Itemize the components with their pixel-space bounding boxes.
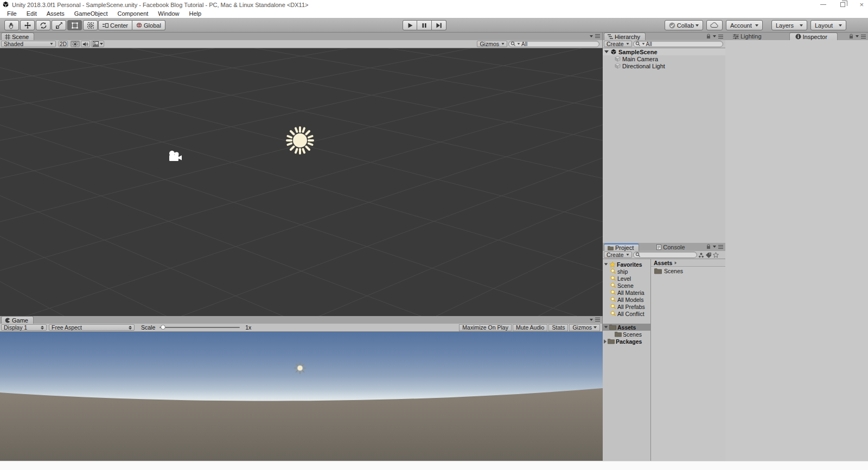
directional-light-gizmo[interactable] <box>283 123 317 158</box>
tab-scene[interactable]: Scene <box>1 33 34 40</box>
hierarchy-row-scene[interactable]: SampleScene <box>603 48 725 55</box>
favorite-search-item[interactable]: All Prefabs <box>603 303 650 310</box>
layers-button[interactable]: Layers <box>771 20 807 30</box>
rotate-tool-button[interactable] <box>36 20 50 30</box>
scene-gizmos-dropdown[interactable]: Gizmos <box>477 41 507 47</box>
scene-search-input[interactable]: All <box>508 41 599 47</box>
scene-panel-dropdown-icon[interactable] <box>590 35 593 37</box>
step-button[interactable] <box>432 20 446 30</box>
tab-hierarchy[interactable]: Hierarchy <box>604 33 646 40</box>
favorite-search-item[interactable]: ship <box>603 268 650 275</box>
menu-gameobject[interactable]: GameObject <box>69 10 113 17</box>
project-panel-menu-icon[interactable] <box>718 244 723 249</box>
favorite-search-item[interactable]: Scene <box>603 282 650 289</box>
menu-file[interactable]: File <box>2 10 22 17</box>
saved-search-icon <box>610 289 616 295</box>
collapse-icon[interactable] <box>604 339 607 344</box>
game-gizmos-dropdown[interactable]: Gizmos <box>569 324 600 331</box>
stats-button[interactable]: Stats <box>548 324 568 331</box>
game-viewport[interactable] <box>0 332 603 461</box>
favorite-search-item[interactable]: Level <box>603 275 650 282</box>
search-favorites-icon[interactable] <box>713 252 719 258</box>
scene-effects-toggle[interactable] <box>91 41 104 47</box>
menu-assets[interactable]: Assets <box>42 10 69 17</box>
lock-icon[interactable] <box>706 244 711 249</box>
2d-toggle[interactable]: 2D <box>59 41 68 47</box>
mute-audio-button[interactable]: Mute Audio <box>513 324 548 331</box>
lock-icon[interactable] <box>706 34 711 39</box>
packages-root[interactable]: Packages <box>603 338 650 345</box>
expand-icon[interactable] <box>604 50 609 53</box>
scene-viewport[interactable] <box>0 48 603 316</box>
favorite-search-item[interactable]: All Models <box>603 296 650 303</box>
project-panel-dropdown-icon[interactable] <box>713 246 716 248</box>
play-button[interactable] <box>403 20 417 30</box>
scale-slider[interactable] <box>159 327 240 328</box>
hierarchy-panel-dropdown-icon[interactable] <box>713 35 716 37</box>
hierarchy-row-main-camera[interactable]: Main Camera <box>603 55 725 62</box>
assets-child-scenes[interactable]: Scenes <box>603 331 650 338</box>
rect-tool-button[interactable] <box>67 20 82 30</box>
hierarchy-toolbar: Create All <box>603 40 725 48</box>
project-create-button[interactable]: Create <box>604 252 632 258</box>
game-panel-menu-icon[interactable] <box>595 317 600 322</box>
inspector-panel-dropdown-icon[interactable] <box>856 35 859 37</box>
favorites-root[interactable]: Favorites <box>603 261 650 268</box>
collab-button[interactable]: Collab <box>665 20 703 30</box>
lock-icon[interactable] <box>849 34 853 39</box>
lighting-sliders-icon <box>733 34 739 39</box>
hierarchy-row-directional-light[interactable]: Directional Light <box>603 62 725 69</box>
saved-search-icon <box>610 311 616 317</box>
expand-icon[interactable] <box>604 263 608 266</box>
aspect-dropdown[interactable]: Free Aspect <box>49 324 135 331</box>
globe-icon <box>136 22 142 28</box>
project-breadcrumb: Assets <box>651 259 725 267</box>
expand-icon[interactable] <box>604 326 608 329</box>
maximize-on-play-button[interactable]: Maximize On Play <box>459 324 512 331</box>
tab-inspector[interactable]: Inspector <box>789 33 838 40</box>
hierarchy-create-button[interactable]: Create <box>604 41 632 47</box>
favorite-search-item[interactable]: All Materia <box>603 289 650 296</box>
layout-button[interactable]: Layout <box>810 20 846 30</box>
menu-edit[interactable]: Edit <box>22 10 42 17</box>
transform-icon <box>87 22 94 29</box>
minimize-button[interactable] <box>820 4 826 5</box>
move-tool-button[interactable] <box>20 20 35 30</box>
scene-audio-toggle[interactable] <box>81 41 90 47</box>
project-search-input[interactable] <box>633 252 697 258</box>
transform-tool-button[interactable] <box>83 20 98 30</box>
tab-project[interactable]: Project <box>604 243 639 251</box>
scene-perspective-grid <box>0 48 603 316</box>
inspector-panel-menu-icon[interactable] <box>861 34 866 39</box>
game-panel-dropdown-icon[interactable] <box>590 319 593 321</box>
search-by-label-icon[interactable] <box>705 252 712 258</box>
scale-slider-knob[interactable] <box>161 325 165 330</box>
game-sun-gizmo <box>293 362 307 375</box>
shading-mode-dropdown[interactable]: Shaded <box>1 41 56 47</box>
hierarchy-panel-menu-icon[interactable] <box>718 34 723 39</box>
restore-button[interactable] <box>840 2 845 7</box>
camera-gizmo[interactable] <box>167 150 183 162</box>
close-button[interactable]: × <box>859 1 864 8</box>
pause-button[interactable] <box>417 20 432 30</box>
menu-help[interactable]: Help <box>184 10 206 17</box>
hierarchy-search-input[interactable]: All <box>633 41 723 47</box>
tab-game[interactable]: Game <box>1 316 34 324</box>
tab-lighting[interactable]: Lighting <box>730 33 767 40</box>
display-dropdown[interactable]: Display 1 <box>1 324 47 331</box>
tab-console[interactable]: Console <box>653 243 690 251</box>
scene-panel-menu-icon[interactable] <box>595 34 600 38</box>
account-button[interactable]: Account <box>726 20 763 30</box>
menu-window[interactable]: Window <box>153 10 184 17</box>
favorite-search-item[interactable]: All Conflict <box>603 310 650 317</box>
search-by-type-icon[interactable] <box>698 252 704 258</box>
pivot-center-button[interactable]: Center <box>98 20 132 30</box>
assets-root[interactable]: Assets <box>603 324 650 331</box>
cloud-button[interactable] <box>706 20 723 30</box>
project-item-scenes[interactable]: Scenes <box>651 267 725 275</box>
scale-tool-button[interactable] <box>52 20 66 30</box>
scene-lighting-toggle[interactable] <box>71 41 80 47</box>
hand-tool-button[interactable] <box>4 20 19 30</box>
space-global-button[interactable]: Global <box>132 20 165 30</box>
menu-component[interactable]: Component <box>112 10 153 17</box>
